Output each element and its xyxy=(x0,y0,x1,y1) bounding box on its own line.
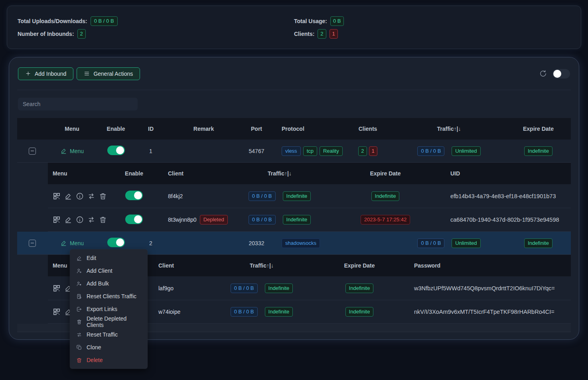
client-password: w3NfbzUPf5WWd745Q8pvsmQrdrttT2IO6knuI7Di… xyxy=(403,285,571,291)
menu-lines-icon xyxy=(84,71,90,77)
clients-active-badge: 2 xyxy=(358,146,367,156)
protocol-tag: Reality xyxy=(320,146,343,156)
traffic-badge: 0 B / 0 B xyxy=(231,284,258,293)
reset-traffic-icon xyxy=(76,332,82,338)
table-header: Menu Enable ID Remark Port Protocol Clie… xyxy=(17,118,571,140)
clients-active-badge: 2 xyxy=(318,29,326,39)
reset-traffic-icon[interactable] xyxy=(87,216,95,224)
refresh-icon[interactable] xyxy=(539,70,547,77)
col-remark: Remark xyxy=(193,126,214,132)
clients-depleted-badge: 1 xyxy=(369,146,377,156)
col-traffic[interactable]: Traffic↑|↓ xyxy=(250,262,274,269)
col-enable: Enable xyxy=(107,126,125,132)
toolbar-right xyxy=(539,69,570,79)
collapse-row-button[interactable] xyxy=(29,148,36,155)
enable-toggle[interactable] xyxy=(125,215,143,224)
enable-toggle[interactable] xyxy=(125,191,143,200)
edit-icon xyxy=(60,148,67,154)
menu-item-clone[interactable]: Clone xyxy=(70,341,148,354)
traffic-cell: 0 B / 0 B Unlimited xyxy=(392,146,506,156)
client-name: w74ioipe xyxy=(148,309,208,315)
col-client: Client xyxy=(156,170,224,177)
client-name: laf9go xyxy=(148,285,208,291)
col-protocol: Protocol xyxy=(272,126,343,132)
delete-icon[interactable] xyxy=(99,216,107,224)
edit-icon xyxy=(60,240,67,246)
traffic-cell: 0 B / 0 B Unlimited xyxy=(392,238,506,248)
row-menu-button[interactable]: Menu xyxy=(60,148,84,154)
general-actions-button[interactable]: General Actions xyxy=(77,67,140,80)
edit-icon[interactable] xyxy=(64,216,72,224)
expire-badge: Indefinite xyxy=(345,284,374,293)
dark-mode-toggle[interactable] xyxy=(552,69,570,79)
row-menu-button[interactable]: Menu xyxy=(60,240,84,246)
collapse-row-button[interactable] xyxy=(29,240,36,247)
clients-depleted-badge: 1 xyxy=(330,29,338,39)
search-input[interactable] xyxy=(18,98,138,110)
clone-icon xyxy=(76,345,82,350)
menu-item-reset-clients-traffic[interactable]: Reset Clients Traffic xyxy=(70,290,148,303)
traffic-badge: 0 B / 0 B xyxy=(417,146,444,156)
export-icon xyxy=(76,306,82,312)
protocol-tags: vless tcp Reality xyxy=(272,146,343,156)
stats-panel: Total Uploads/Downloads: 0 B / 0 B Total… xyxy=(7,6,581,49)
edit-icon[interactable] xyxy=(64,192,72,200)
col-enable: Enable xyxy=(125,170,143,177)
add-inbound-button[interactable]: Add Inbound xyxy=(18,67,73,80)
menu-item-edit[interactable]: Edit xyxy=(70,252,148,264)
enable-toggle[interactable] xyxy=(107,146,125,155)
col-expire-date: Expire Date xyxy=(370,170,401,177)
clients-badges: 2 1 xyxy=(343,146,392,156)
col-traffic[interactable]: Traffic↑|↓ xyxy=(437,126,461,132)
add-inbound-label: Add Inbound xyxy=(35,71,66,77)
col-traffic[interactable]: Traffic↑|↓ xyxy=(268,170,292,177)
traffic-badge: 0 B / 0 B xyxy=(249,215,276,224)
search-row xyxy=(17,90,571,118)
stat-label: Clients: xyxy=(294,31,314,37)
col-password: Password xyxy=(403,262,571,269)
traffic-limit-badge: Indefinite xyxy=(283,191,311,201)
inbound-id: 2 xyxy=(149,240,152,246)
expire-badge: Indefinite xyxy=(371,191,400,201)
col-id: ID xyxy=(148,126,154,132)
menu-item-export-links[interactable]: Export Links xyxy=(70,303,148,315)
qr-code-icon[interactable] xyxy=(53,216,61,224)
expire-badge: Indefinite xyxy=(345,307,374,317)
client-row: 8t3wjnn8p0 Depleted 0 B / 0 B Indefinite… xyxy=(48,208,571,231)
stat-number-of-inbounds: Number of Inbounds: 2 xyxy=(18,29,294,39)
menu-item-add-client[interactable]: Add Client xyxy=(70,264,148,277)
info-icon[interactable] xyxy=(76,216,84,224)
qr-code-icon[interactable] xyxy=(53,308,61,316)
enable-toggle[interactable] xyxy=(107,238,125,247)
traffic-limit-badge: Unlimited xyxy=(452,146,480,156)
menu-item-reset-traffic[interactable]: Reset Traffic xyxy=(70,328,148,341)
qr-code-icon[interactable] xyxy=(53,284,61,292)
col-menu: Menu xyxy=(65,126,79,132)
info-icon[interactable] xyxy=(76,192,84,200)
qr-code-icon[interactable] xyxy=(53,192,61,200)
protocol-tag: tcp xyxy=(303,146,317,156)
stat-value-badge: 0 B xyxy=(330,16,344,26)
stat-label: Total Usage: xyxy=(294,18,327,24)
client-name: 8f4kj2 xyxy=(156,193,224,199)
client-row: 8f4kj2 0 B / 0 B Indefinite Indefinite e… xyxy=(48,184,571,208)
delete-icon[interactable] xyxy=(99,192,107,200)
stat-label: Total Uploads/Downloads: xyxy=(18,18,87,24)
reset-traffic-icon[interactable] xyxy=(87,192,95,200)
col-expire-date: Expire Date xyxy=(523,126,554,132)
menu-item-delete-depleted-clients[interactable]: Delete Depleted Clients xyxy=(70,315,148,328)
client-uid: efb14b43-4a79-4e83-ef18-e48cf1901b73 xyxy=(435,193,571,199)
inbound-port: 54767 xyxy=(249,148,264,154)
subtable-header: Menu Enable Client Traffic↑|↓ Expire Dat… xyxy=(48,163,571,184)
inbound-context-menu: Edit Add Client Add Bulk Reset Clients T… xyxy=(70,249,148,369)
add-user-icon xyxy=(76,268,82,274)
expire-badge: Indefinite xyxy=(524,146,552,156)
menu-item-delete[interactable]: Delete xyxy=(70,354,148,366)
delete-depleted-icon xyxy=(76,319,82,325)
protocol-tag: vless xyxy=(282,146,301,156)
menu-item-add-bulk[interactable]: Add Bulk xyxy=(70,277,148,290)
traffic-limit-badge: Indefinite xyxy=(265,284,293,293)
plus-icon xyxy=(25,71,31,77)
client-actions xyxy=(48,216,112,224)
traffic-badge: 0 B / 0 B xyxy=(231,307,258,317)
